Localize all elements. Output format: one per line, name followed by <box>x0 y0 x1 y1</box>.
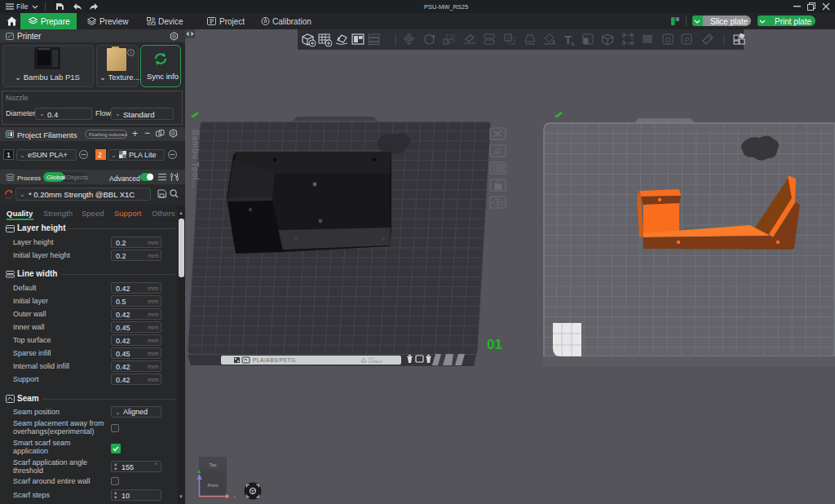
svg-text:Top: Top <box>210 462 217 467</box>
svg-text:P: P <box>685 36 690 44</box>
svg-text:a: a <box>571 40 575 47</box>
svg-text:01: 01 <box>487 337 502 352</box>
svg-text:Front: Front <box>208 483 219 488</box>
svg-text:Bambu Tool...: Bambu Tool... <box>191 130 200 188</box>
svg-text:SURFACE: SURFACE <box>369 360 382 364</box>
svg-text:i: i <box>130 50 131 55</box>
svg-text:x: x <box>233 494 236 499</box>
svg-text:PLA/ABS/PETG: PLA/ABS/PETG <box>253 357 296 363</box>
svg-text:D: D <box>665 36 671 44</box>
